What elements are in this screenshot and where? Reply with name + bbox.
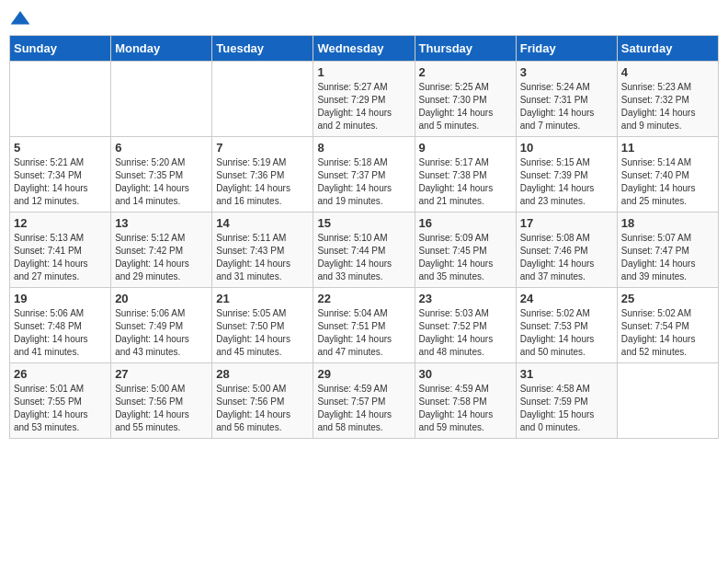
week-row-3: 12Sunrise: 5:13 AM Sunset: 7:41 PM Dayli… [10, 213, 719, 288]
calendar-cell: 27Sunrise: 5:00 AM Sunset: 7:56 PM Dayli… [111, 363, 212, 439]
day-info: Sunrise: 5:06 AM Sunset: 7:48 PM Dayligh… [14, 307, 107, 359]
weekday-header-saturday: Saturday [617, 36, 718, 62]
week-row-4: 19Sunrise: 5:06 AM Sunset: 7:48 PM Dayli… [10, 288, 719, 363]
calendar-cell: 19Sunrise: 5:06 AM Sunset: 7:48 PM Dayli… [10, 288, 111, 363]
day-info: Sunrise: 5:00 AM Sunset: 7:56 PM Dayligh… [216, 383, 309, 434]
calendar-cell: 31Sunrise: 4:58 AM Sunset: 7:59 PM Dayli… [516, 363, 617, 439]
weekday-header-tuesday: Tuesday [212, 36, 313, 62]
day-info: Sunrise: 5:24 AM Sunset: 7:31 PM Dayligh… [520, 81, 613, 132]
week-row-2: 5Sunrise: 5:21 AM Sunset: 7:34 PM Daylig… [10, 137, 719, 213]
weekday-header-wednesday: Wednesday [313, 36, 415, 62]
calendar-cell: 26Sunrise: 5:01 AM Sunset: 7:55 PM Dayli… [10, 363, 111, 439]
weekday-header-sunday: Sunday [10, 36, 111, 62]
day-number: 17 [520, 216, 613, 230]
day-info: Sunrise: 5:07 AM Sunset: 7:47 PM Dayligh… [621, 232, 714, 283]
day-info: Sunrise: 5:10 AM Sunset: 7:44 PM Dayligh… [317, 232, 410, 283]
calendar-cell: 14Sunrise: 5:11 AM Sunset: 7:43 PM Dayli… [212, 213, 313, 288]
day-number: 21 [216, 292, 309, 305]
day-number: 29 [317, 367, 410, 381]
day-number: 22 [317, 292, 410, 305]
day-number: 6 [115, 141, 208, 155]
day-info: Sunrise: 4:59 AM Sunset: 7:58 PM Dayligh… [419, 383, 512, 434]
day-info: Sunrise: 5:02 AM Sunset: 7:54 PM Dayligh… [621, 307, 714, 359]
calendar-cell: 7Sunrise: 5:19 AM Sunset: 7:36 PM Daylig… [212, 137, 313, 213]
day-info: Sunrise: 5:04 AM Sunset: 7:51 PM Dayligh… [317, 307, 410, 359]
calendar-cell: 30Sunrise: 4:59 AM Sunset: 7:58 PM Dayli… [415, 363, 516, 439]
page-header [9, 9, 719, 28]
svg-marker-0 [11, 11, 30, 24]
weekday-header-friday: Friday [516, 36, 617, 62]
day-number: 30 [419, 367, 512, 381]
day-info: Sunrise: 5:23 AM Sunset: 7:32 PM Dayligh… [621, 81, 714, 132]
weekday-header-monday: Monday [111, 36, 212, 62]
day-info: Sunrise: 5:21 AM Sunset: 7:34 PM Dayligh… [14, 156, 107, 208]
day-info: Sunrise: 5:27 AM Sunset: 7:29 PM Dayligh… [317, 81, 410, 132]
day-number: 31 [520, 367, 613, 381]
calendar-cell: 10Sunrise: 5:15 AM Sunset: 7:39 PM Dayli… [516, 137, 617, 213]
day-number: 2 [419, 65, 512, 79]
day-number: 14 [216, 216, 309, 230]
day-info: Sunrise: 4:58 AM Sunset: 7:59 PM Dayligh… [520, 383, 613, 434]
calendar-cell: 13Sunrise: 5:12 AM Sunset: 7:42 PM Dayli… [111, 213, 212, 288]
calendar-cell: 15Sunrise: 5:10 AM Sunset: 7:44 PM Dayli… [313, 213, 415, 288]
day-info: Sunrise: 5:19 AM Sunset: 7:36 PM Dayligh… [216, 156, 309, 208]
calendar-cell: 1Sunrise: 5:27 AM Sunset: 7:29 PM Daylig… [313, 62, 415, 137]
day-info: Sunrise: 5:01 AM Sunset: 7:55 PM Dayligh… [14, 383, 107, 434]
logo-icon [9, 9, 31, 28]
day-info: Sunrise: 5:11 AM Sunset: 7:43 PM Dayligh… [216, 232, 309, 283]
day-number: 25 [621, 292, 714, 305]
day-number: 1 [317, 65, 410, 79]
day-number: 3 [520, 65, 613, 79]
day-number: 24 [520, 292, 613, 305]
day-number: 13 [115, 216, 208, 230]
week-row-1: 1Sunrise: 5:27 AM Sunset: 7:29 PM Daylig… [10, 62, 719, 137]
calendar-cell: 5Sunrise: 5:21 AM Sunset: 7:34 PM Daylig… [10, 137, 111, 213]
calendar-cell [111, 62, 212, 137]
calendar-cell: 24Sunrise: 5:02 AM Sunset: 7:53 PM Dayli… [516, 288, 617, 363]
calendar-cell: 29Sunrise: 4:59 AM Sunset: 7:57 PM Dayli… [313, 363, 415, 439]
calendar-cell: 22Sunrise: 5:04 AM Sunset: 7:51 PM Dayli… [313, 288, 415, 363]
day-info: Sunrise: 4:59 AM Sunset: 7:57 PM Dayligh… [317, 383, 410, 434]
logo [9, 9, 35, 28]
day-info: Sunrise: 5:17 AM Sunset: 7:38 PM Dayligh… [419, 156, 512, 208]
calendar-cell: 17Sunrise: 5:08 AM Sunset: 7:46 PM Dayli… [516, 213, 617, 288]
day-number: 5 [14, 141, 107, 155]
day-number: 8 [317, 141, 410, 155]
calendar-cell: 23Sunrise: 5:03 AM Sunset: 7:52 PM Dayli… [415, 288, 516, 363]
day-number: 7 [216, 141, 309, 155]
calendar-cell: 6Sunrise: 5:20 AM Sunset: 7:35 PM Daylig… [111, 137, 212, 213]
day-number: 23 [419, 292, 512, 305]
day-info: Sunrise: 5:08 AM Sunset: 7:46 PM Dayligh… [520, 232, 613, 283]
calendar-cell: 25Sunrise: 5:02 AM Sunset: 7:54 PM Dayli… [617, 288, 718, 363]
day-number: 10 [520, 141, 613, 155]
calendar-cell: 28Sunrise: 5:00 AM Sunset: 7:56 PM Dayli… [212, 363, 313, 439]
day-info: Sunrise: 5:20 AM Sunset: 7:35 PM Dayligh… [115, 156, 208, 208]
calendar-cell: 20Sunrise: 5:06 AM Sunset: 7:49 PM Dayli… [111, 288, 212, 363]
day-info: Sunrise: 5:06 AM Sunset: 7:49 PM Dayligh… [115, 307, 208, 359]
day-number: 20 [115, 292, 208, 305]
calendar-cell [10, 62, 111, 137]
calendar-cell: 16Sunrise: 5:09 AM Sunset: 7:45 PM Dayli… [415, 213, 516, 288]
day-number: 15 [317, 216, 410, 230]
weekday-header-thursday: Thursday [415, 36, 516, 62]
day-number: 16 [419, 216, 512, 230]
day-number: 28 [216, 367, 309, 381]
day-info: Sunrise: 5:05 AM Sunset: 7:50 PM Dayligh… [216, 307, 309, 359]
calendar-cell: 11Sunrise: 5:14 AM Sunset: 7:40 PM Dayli… [617, 137, 718, 213]
day-info: Sunrise: 5:03 AM Sunset: 7:52 PM Dayligh… [419, 307, 512, 359]
day-number: 27 [115, 367, 208, 381]
calendar-cell: 12Sunrise: 5:13 AM Sunset: 7:41 PM Dayli… [10, 213, 111, 288]
day-number: 18 [621, 216, 714, 230]
day-number: 9 [419, 141, 512, 155]
day-info: Sunrise: 5:00 AM Sunset: 7:56 PM Dayligh… [115, 383, 208, 434]
day-info: Sunrise: 5:18 AM Sunset: 7:37 PM Dayligh… [317, 156, 410, 208]
day-number: 19 [14, 292, 107, 305]
weekday-header-row: SundayMondayTuesdayWednesdayThursdayFrid… [10, 36, 719, 62]
calendar-cell: 18Sunrise: 5:07 AM Sunset: 7:47 PM Dayli… [617, 213, 718, 288]
calendar-cell: 4Sunrise: 5:23 AM Sunset: 7:32 PM Daylig… [617, 62, 718, 137]
day-number: 12 [14, 216, 107, 230]
calendar-cell: 8Sunrise: 5:18 AM Sunset: 7:37 PM Daylig… [313, 137, 415, 213]
calendar-cell: 3Sunrise: 5:24 AM Sunset: 7:31 PM Daylig… [516, 62, 617, 137]
day-info: Sunrise: 5:12 AM Sunset: 7:42 PM Dayligh… [115, 232, 208, 283]
calendar-cell: 21Sunrise: 5:05 AM Sunset: 7:50 PM Dayli… [212, 288, 313, 363]
